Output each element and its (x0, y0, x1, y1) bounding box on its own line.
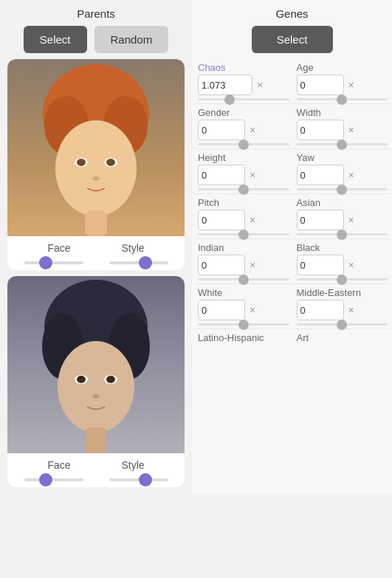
portrait1-style-label: Style (121, 242, 144, 254)
gene-input-chaos[interactable] (198, 75, 252, 95)
gene-input-width[interactable] (297, 120, 344, 140)
gene-thumb-yaw[interactable] (337, 185, 347, 195)
gene-controls-yaw: × (297, 165, 356, 185)
gene-thumb-age[interactable] (337, 94, 347, 105)
parents-title: Parents (77, 0, 115, 26)
genes-select-button[interactable]: Select (252, 26, 333, 53)
gene-input-gender[interactable] (198, 120, 245, 140)
gene-input-height[interactable] (198, 165, 245, 185)
portrait1-sliders (7, 260, 185, 270)
gene-thumb-chaos[interactable] (224, 94, 235, 105)
gene-input-middle[interactable] (297, 300, 344, 320)
gene-clear-width[interactable]: × (347, 124, 356, 136)
gene-clear-black[interactable]: × (347, 259, 356, 271)
gene-clear-yaw[interactable]: × (347, 169, 356, 181)
gene-slider-gender[interactable] (198, 143, 289, 145)
gene-cell-yaw: Yaw× (292, 149, 391, 193)
gene-slider-width[interactable] (297, 143, 388, 145)
gene-clear-asian[interactable]: × (347, 214, 356, 226)
gene-thumb-black[interactable] (337, 275, 347, 285)
gene-clear-white[interactable]: × (248, 304, 257, 316)
parents-panel: Parents Select Random (0, 0, 192, 493)
portrait2-face-track[interactable] (24, 478, 83, 481)
gene-cell-black: Black× (292, 239, 391, 283)
parents-random-button[interactable]: Random (94, 26, 169, 53)
gene-slider-chaos[interactable] (198, 98, 289, 100)
gene-clear-pitch[interactable]: × (248, 214, 257, 226)
gene-slider-height[interactable] (198, 188, 289, 190)
gene-thumb-height[interactable] (238, 185, 249, 195)
gene-cell-latino: Latino-Hispanic (193, 329, 292, 348)
portrait2-face-label: Face (47, 459, 70, 471)
gene-thumb-asian[interactable] (337, 230, 347, 240)
gene-clear-gender[interactable]: × (248, 124, 257, 136)
gene-controls-indian: × (198, 255, 257, 275)
gene-input-pitch[interactable] (198, 210, 245, 230)
gene-cell-chaos: Chaos× (193, 59, 292, 103)
portrait1-style-track[interactable] (109, 261, 168, 264)
gene-label-latino: Latino-Hispanic (198, 332, 264, 343)
gene-label-pitch: Pitch (198, 197, 219, 208)
portrait2-style-slider-wrap (109, 478, 168, 481)
portrait1-face-slider-wrap (24, 261, 83, 264)
gene-input-indian[interactable] (198, 255, 245, 275)
gene-slider-age[interactable] (297, 98, 388, 100)
gene-cell-height: Height× (193, 149, 292, 193)
gene-slider-indian[interactable] (198, 278, 289, 281)
gene-controls-asian: × (297, 210, 356, 230)
portrait-card-1: Face Style (7, 59, 185, 270)
gene-label-gender: Gender (198, 107, 230, 118)
gene-controls-gender: × (198, 120, 257, 140)
portrait2-style-label: Style (121, 459, 144, 471)
portrait1-face-thumb[interactable] (39, 256, 52, 269)
gene-clear-height[interactable]: × (248, 169, 257, 181)
gene-clear-age[interactable]: × (347, 79, 356, 91)
parents-btn-row: Select Random (24, 26, 168, 53)
portrait-image-2 (7, 276, 185, 453)
gene-label-chaos: Chaos (198, 62, 226, 73)
gene-cell-width: Width× (292, 104, 391, 148)
gene-thumb-white[interactable] (238, 320, 249, 330)
gene-slider-white[interactable] (198, 323, 289, 326)
gene-thumb-gender[interactable] (238, 140, 249, 150)
parents-select-button[interactable]: Select (24, 26, 87, 53)
svg-point-17 (106, 376, 115, 383)
gene-label-middle: Middle-Eastern (297, 287, 361, 298)
portrait2-style-thumb[interactable] (139, 473, 152, 486)
gene-label-width: Width (297, 107, 321, 118)
gene-clear-chaos[interactable]: × (255, 79, 264, 91)
gene-label-age: Age (297, 62, 314, 73)
portrait1-labels: Face Style (7, 236, 185, 260)
portrait1-style-thumb[interactable] (139, 256, 152, 269)
svg-rect-19 (86, 427, 106, 453)
gene-input-white[interactable] (198, 300, 245, 320)
gene-slider-black[interactable] (297, 278, 388, 281)
gene-slider-yaw[interactable] (297, 188, 388, 190)
portrait2-style-track[interactable] (109, 478, 168, 481)
portrait2-face-thumb[interactable] (39, 473, 52, 486)
portrait-card-2: Face Style (7, 276, 185, 487)
svg-point-15 (77, 376, 86, 383)
gene-clear-middle[interactable]: × (347, 304, 356, 316)
gene-input-black[interactable] (297, 255, 344, 275)
gene-controls-white: × (198, 300, 257, 320)
svg-point-13 (58, 341, 134, 433)
gene-slider-pitch[interactable] (198, 233, 289, 235)
gene-slider-middle[interactable] (297, 323, 388, 326)
gene-clear-indian[interactable]: × (248, 259, 257, 271)
gene-cell-asian: Asian× (292, 194, 391, 238)
genes-title: Genes (192, 0, 392, 26)
gene-thumb-pitch[interactable] (238, 230, 249, 240)
gene-thumb-middle[interactable] (337, 320, 347, 330)
gene-input-age[interactable] (297, 75, 344, 95)
gene-controls-middle: × (297, 300, 356, 320)
gene-controls-chaos: × (198, 75, 264, 95)
svg-rect-9 (85, 210, 107, 236)
svg-point-5 (77, 159, 86, 166)
portrait1-face-track[interactable] (24, 261, 83, 264)
gene-thumb-indian[interactable] (238, 275, 249, 285)
gene-input-yaw[interactable] (297, 165, 344, 185)
gene-slider-asian[interactable] (297, 233, 388, 235)
gene-thumb-width[interactable] (337, 140, 347, 150)
gene-input-asian[interactable] (297, 210, 344, 230)
